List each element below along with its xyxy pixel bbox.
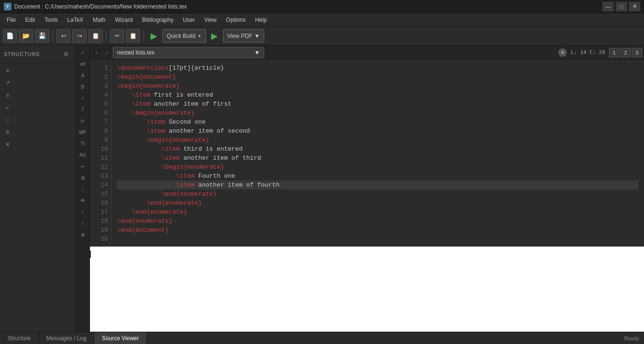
panel-7-button[interactable]: 7 [77,104,89,115]
panel-left-button[interactable]: ‹ [77,218,89,228]
cut-button[interactable]: ✂ [110,29,124,43]
code-line: \end{enumerate} [117,217,638,226]
view-pdf-arrow-icon: ▼ [254,33,260,39]
sidebar-icon-6[interactable]: A [2,127,13,138]
line-number: 15 [92,190,108,199]
tab-prev-button[interactable]: ‹ [92,48,101,57]
line-number: 6 [92,109,108,118]
panel-as-button[interactable]: AS [77,150,89,160]
panel-eye-button[interactable]: 👁 [77,195,89,206]
sidebar-icon-1[interactable]: ≡ [2,65,13,76]
menu-tools[interactable]: Tools [40,15,63,25]
code-line: \documentclass[17pt]{article} [117,63,638,72]
line-number: 1 [92,63,108,72]
view-3-button[interactable]: 3 [632,48,642,57]
text-cursor [90,251,91,258]
line-number: 12 [92,163,108,172]
sidebar-icon-3[interactable]: ≡ [2,90,13,101]
menu-options[interactable]: Options [221,15,250,25]
separator-2 [106,30,107,42]
menu-latex[interactable]: LaTeX [63,15,88,25]
quick-build-button[interactable]: Quick Build ▼ [162,29,206,43]
line-number: 5 [92,100,108,109]
code-editor[interactable]: 1234567891011121314151617181920 \documen… [90,60,644,246]
view-1-button[interactable]: 1 [609,48,619,57]
tab-structure[interactable]: Structure [0,332,39,344]
line-number: 14 [92,181,108,190]
panel-a-button[interactable]: A [77,70,89,81]
panel-b-button[interactable]: B [77,81,89,92]
quick-build-arrow-icon: ▼ [197,34,202,38]
run-button[interactable]: ▶ [208,29,221,43]
sidebar-icon-4[interactable]: ✓ [2,102,13,113]
sidebar-icon-2[interactable]: ↗ [2,77,13,89]
menu-bibliography[interactable]: Bibliography [137,15,178,25]
panel-add-button[interactable]: + [77,47,89,58]
menu-edit[interactable]: Edit [20,15,40,25]
menu-help[interactable]: Help [250,15,272,25]
line-number: 3 [92,81,108,91]
code-line: \end{enumerate} [117,208,638,217]
panel-x-button[interactable]: ⊗ [77,229,89,240]
code-line: \item another item of first [117,100,638,109]
paste-button[interactable]: 📋 [126,29,140,43]
panel-back-button[interactable]: ↩ [77,161,89,172]
line-number: 7 [92,118,108,127]
cursor-line [90,251,644,260]
quick-build-label: Quick Build [167,33,196,39]
menu-file[interactable]: File [2,15,20,25]
view-pdf-button[interactable]: View PDF ▼ [223,29,264,43]
menu-view[interactable]: View [200,15,222,25]
panel-grid-button[interactable]: ⊞ [77,172,89,183]
menu-user[interactable]: User [178,15,199,25]
sidebar-icon-5[interactable]: ○ [2,114,13,126]
close-tab-button[interactable]: ✕ [558,48,567,57]
file-tab-dropdown[interactable]: nested lists.tex ▼ [113,47,264,58]
compile-button[interactable]: ▶ [147,29,161,43]
undo-button[interactable]: ↩ [56,29,71,43]
tab-source-viewer[interactable]: Source Viewer [94,332,147,344]
save-button[interactable]: 💾 [35,29,49,43]
toolbar: 📄 📂 💾 ↩ ↪ 📋 ✂ 📋 ▶ Quick Build ▼ ▶ View P… [0,27,644,45]
tab-spacer [147,332,619,344]
menu-math[interactable]: Math [88,15,110,25]
line-number: 2 [92,72,108,81]
panel-info-button[interactable]: i [77,93,89,103]
panel-ti-button[interactable]: TI [77,138,89,149]
status-ready: Ready [619,332,644,344]
panel-ops-button[interactable]: x² [77,116,89,126]
tab-next-button[interactable]: › [102,48,112,57]
open-button[interactable]: 📂 [19,29,33,43]
line-number: 9 [92,136,108,145]
code-line: \item another item of second [117,127,638,136]
tab-messages-log[interactable]: Messages / Log [39,332,95,344]
preview-area [90,246,644,332]
code-content[interactable]: \documentclass[17pt]{article}\begin{docu… [111,60,644,246]
maximize-button[interactable]: □ [616,2,627,11]
panel-right-button[interactable]: › [77,207,89,217]
structure-options-button[interactable]: ⚙ [60,48,72,60]
structure-header: STRUCTURE ⚙ [0,45,75,63]
close-button[interactable]: ✕ [629,2,640,11]
line-number: 18 [92,217,108,226]
copy-format-button[interactable]: 📋 [89,29,103,43]
panel-down-button[interactable]: ↓ [77,184,89,194]
sidebar-icon-7[interactable]: ✕ [2,139,13,150]
main-area: STRUCTURE ⚙ ≡ ↗ ≡ ✓ ○ A ✕ + ref A B i 7 … [0,45,644,332]
menu-wizard[interactable]: Wizard [110,15,137,25]
bottom-tabs: Structure Messages / Log Source Viewer R… [0,332,644,344]
line-number: 8 [92,127,108,136]
panel-mp-button[interactable]: MP [77,127,89,137]
new-button[interactable]: 📄 [3,29,17,43]
redo-button[interactable]: ↪ [72,29,87,43]
line-number: 4 [92,91,108,100]
code-line: \begin{enumerate} [117,163,638,172]
code-line: \end{enumerate} [117,190,638,199]
window-controls: — □ ✕ [602,2,640,11]
title-bar-left: T Document : C:/Users/mahesh/Documents/N… [4,3,187,10]
minimize-button[interactable]: — [602,2,614,11]
code-line: \begin{enumerate} [117,81,638,91]
line-number: 11 [92,154,108,163]
panel-ref-button[interactable]: ref [77,59,89,69]
view-2-button[interactable]: 2 [620,48,631,57]
